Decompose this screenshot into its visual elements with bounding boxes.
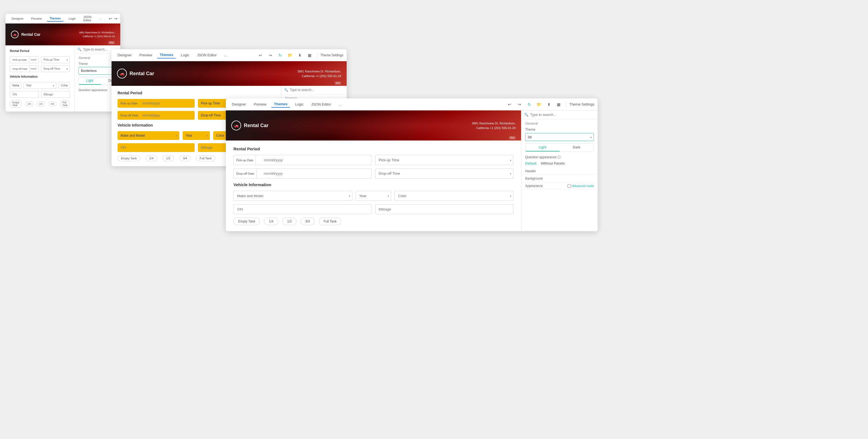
logo-text-3: Rental Car (244, 123, 269, 128)
fuel-quarter-2[interactable]: 1/4 (146, 155, 157, 161)
pro-badge-1: Pro (108, 41, 115, 44)
tab-preview-3[interactable]: Preview (251, 101, 269, 107)
fuel-full-1[interactable]: Full Tank (60, 100, 70, 108)
theme-search-input-2[interactable] (290, 88, 344, 92)
fuel-empty-2[interactable]: Empty Tank (118, 155, 140, 161)
search-icon-1: 🔍 (78, 48, 82, 52)
folder-icon-2[interactable]: 📁 (286, 52, 294, 59)
row-vehicle-3: Make and Model Year Color (234, 191, 514, 201)
make-model-select-2[interactable]: Make and Model (118, 131, 179, 140)
undo-icon[interactable]: ↩ (109, 15, 112, 23)
make-model-select-3[interactable]: Make and Model (234, 191, 352, 201)
tab-designer-3[interactable]: Designer (229, 101, 249, 107)
tab-more-3[interactable]: ... (336, 101, 344, 107)
redo-icon[interactable]: ↪ (114, 15, 118, 23)
redo-icon-3[interactable]: ↪ (516, 101, 523, 108)
row-vin-mileage-3 (234, 204, 514, 214)
row-vin-mileage-1 (10, 91, 70, 98)
pickup-date-label-3: Pick-up Date (236, 155, 256, 165)
rental-period-title-1: Rental Period (10, 49, 70, 53)
dropoff-time-select-1[interactable]: Drop-off Time (41, 65, 70, 72)
year-select-3[interactable]: Year (356, 191, 391, 201)
light-btn-3[interactable]: Light (525, 144, 560, 151)
redo-icon-2[interactable]: ↪ (267, 52, 274, 59)
refresh-icon[interactable]: ↻ (120, 15, 120, 23)
fuel-three-quarter-1[interactable]: 3/4 (49, 101, 57, 106)
fuel-half-2[interactable]: 1/2 (163, 155, 174, 161)
tab-json-2[interactable]: JSON Editor (194, 52, 220, 58)
make-model-select-1[interactable]: Make and Model (10, 82, 21, 89)
header-row-3: Header (521, 167, 598, 175)
pickup-date-field-2: Pick-up Date (118, 99, 195, 108)
without-panels-option-3[interactable]: Without Panels (541, 161, 564, 165)
theme-select-3[interactable]: 3d (525, 133, 594, 141)
grid-icon-2[interactable]: ▦ (306, 52, 314, 59)
pickup-time-select-1[interactable]: Pick-up Time (41, 56, 70, 63)
logo-icon-1: 🚗 (11, 31, 19, 38)
fuel-quarter-3[interactable]: 1/4 (264, 218, 278, 225)
folder-icon-3[interactable]: 📁 (535, 101, 543, 108)
fuel-empty-1[interactable]: Empty Tank (10, 100, 22, 108)
year-select-1[interactable]: Year (24, 82, 56, 89)
tab-designer-1[interactable]: Designer (9, 16, 26, 21)
dark-btn-3[interactable]: Dark (560, 144, 594, 151)
vin-input-1[interactable] (10, 91, 39, 98)
fuel-full-2[interactable]: Full Tank (196, 155, 215, 161)
tab-json-3[interactable]: JSON Editor (309, 101, 334, 107)
grid-icon-3[interactable]: ▦ (555, 101, 563, 108)
tab-preview-2[interactable]: Preview (137, 52, 155, 58)
fuel-full-3[interactable]: Full Tank (319, 218, 341, 225)
vin-input-3[interactable] (234, 204, 372, 214)
tab-designer-2[interactable]: Designer (115, 52, 134, 58)
color-select-1[interactable]: Color (59, 82, 70, 89)
tab-logic-3[interactable]: Logic (292, 101, 306, 107)
fuel-empty-3[interactable]: Empty Tank (234, 218, 260, 225)
header-label-3: Header (525, 169, 536, 173)
download-icon-2[interactable]: ⬇ (296, 52, 304, 59)
color-select-3[interactable]: Color (395, 191, 514, 201)
fuel-half-1[interactable]: 1/2 (37, 101, 45, 106)
mileage-input-3[interactable] (375, 204, 514, 214)
download-icon-3[interactable]: ⬇ (545, 101, 553, 108)
nav-bar-1: Designer Preview Themes Logic JSON Edito… (5, 14, 120, 24)
question-appearance-label-3: Question appearance ⓘ (521, 154, 598, 160)
hero-banner-2: 🚗 Rental Car 3891 Ranchview Dr. Richards… (112, 61, 347, 86)
fuel-three-quarter-3[interactable]: 3/4 (301, 218, 315, 225)
tab-logic-1[interactable]: Logic (66, 16, 79, 21)
advanced-mode-checkbox-3[interactable] (567, 184, 571, 188)
mileage-input-1[interactable] (41, 91, 70, 98)
form-area-1: Rental Period Pick-up Date Pick-up Time (5, 45, 74, 112)
advanced-mode-toggle-3[interactable]: Advanced mode (567, 184, 594, 188)
tab-more-1[interactable]: ... (96, 16, 104, 21)
make-model-field-3: Make and Model (234, 191, 352, 201)
nav-bar-3: Designer Preview Themes Logic JSON Edito… (226, 98, 598, 111)
tab-more-2[interactable]: ... (222, 52, 230, 58)
fuel-quarter-1[interactable]: 1/4 (25, 101, 34, 106)
mileage-field-3 (375, 204, 514, 214)
theme-search-input-3[interactable] (530, 113, 595, 117)
hero-address-3: 3891 Ranchview Dr. Richardson, Californi… (472, 121, 516, 130)
default-option-3[interactable]: Default (525, 161, 536, 165)
light-btn-1[interactable]: Light (79, 77, 101, 85)
logo-text-2: Rental Car (130, 71, 154, 76)
pickup-time-select-3[interactable]: Pick-up Time (375, 155, 514, 165)
tab-themes-3[interactable]: Themes (271, 101, 290, 108)
refresh-icon-3[interactable]: ↻ (525, 101, 533, 108)
fuel-three-quarter-2[interactable]: 3/4 (179, 155, 191, 161)
undo-icon-2[interactable]: ↩ (257, 52, 265, 59)
vin-input-2[interactable] (118, 143, 195, 152)
fuel-row-1: Empty Tank 1/4 1/2 3/4 Full Tank (10, 100, 70, 108)
tab-logic-2[interactable]: Logic (178, 52, 192, 58)
tab-json-1[interactable]: JSON Editor (81, 14, 94, 23)
undo-icon-3[interactable]: ↩ (506, 101, 514, 108)
fuel-half-3[interactable]: 1/2 (282, 218, 296, 225)
tab-themes-2[interactable]: Themes (157, 52, 176, 59)
refresh-icon-2[interactable]: ↻ (276, 52, 284, 59)
year-select-2[interactable]: Year (183, 131, 210, 140)
rental-period-title-2: Rental Period (118, 91, 275, 95)
tab-preview-1[interactable]: Preview (28, 16, 44, 21)
tab-themes-1[interactable]: Themes (47, 15, 64, 22)
hero-banner-3: 🚗 Rental Car 3891 Ranchview Dr. Richards… (226, 111, 521, 140)
dropoff-time-select-3[interactable]: Drop-off Time (375, 168, 514, 179)
hero-logo-3: 🚗 Rental Car (231, 121, 269, 130)
